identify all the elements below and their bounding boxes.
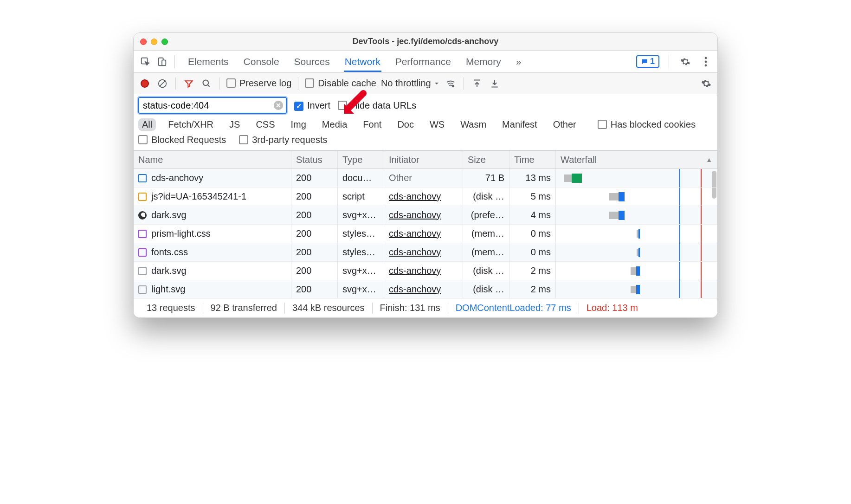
cell-time: 13 ms xyxy=(509,169,556,187)
type-img[interactable]: Img xyxy=(287,118,310,131)
tab-performance[interactable]: Performance xyxy=(394,52,452,72)
tab-network[interactable]: Network xyxy=(344,52,381,72)
initiator-link[interactable]: cds-anchovy xyxy=(389,191,441,202)
clear-filter-icon[interactable]: ✕ xyxy=(274,101,283,110)
type-wasm[interactable]: Wasm xyxy=(457,118,490,131)
type-js[interactable]: JS xyxy=(226,118,244,131)
request-name: dark.svg xyxy=(151,210,187,220)
cell-time: 5 ms xyxy=(509,187,556,206)
export-har-icon[interactable] xyxy=(488,77,501,90)
issues-badge[interactable]: 1 xyxy=(636,55,659,68)
window-title: DevTools - jec.fyi/demo/cds-anchovy xyxy=(134,37,717,46)
initiator-link[interactable]: cds-anchovy xyxy=(389,228,441,239)
cell-type: script xyxy=(338,187,384,206)
has-blocked-cookies-checkbox[interactable]: Has blocked cookies xyxy=(598,119,696,130)
preserve-log-checkbox[interactable]: Preserve log xyxy=(226,78,291,89)
initiator-link[interactable]: cds-anchovy xyxy=(389,247,441,258)
col-size[interactable]: Size xyxy=(463,151,509,168)
cell-size: (prefe… xyxy=(463,206,509,225)
tabs-overflow[interactable]: » xyxy=(515,52,522,72)
hide-data-urls-label: Hide data URLs xyxy=(351,100,416,110)
throttling-value: No throttling xyxy=(381,78,431,89)
file-css-icon xyxy=(138,230,147,238)
sort-indicator-icon: ▲ xyxy=(706,156,712,163)
table-row[interactable]: cds-anchovy 200 docu… Other 71 B 13 ms xyxy=(134,169,717,187)
record-button[interactable] xyxy=(138,77,151,90)
svg-point-5 xyxy=(705,64,707,66)
third-party-checkbox[interactable]: 3rd-party requests xyxy=(239,135,327,145)
type-doc[interactable]: Doc xyxy=(393,118,418,131)
svg-point-3 xyxy=(705,57,707,59)
network-conditions-icon[interactable] xyxy=(444,77,457,90)
type-media[interactable]: Media xyxy=(318,118,351,131)
cell-size: (mem… xyxy=(463,225,509,243)
disable-cache-checkbox[interactable]: Disable cache xyxy=(305,78,376,89)
svg-line-9 xyxy=(208,84,210,86)
tab-memory[interactable]: Memory xyxy=(465,52,502,72)
cell-initiator: cds-anchovy xyxy=(384,243,463,262)
type-fetch-xhr[interactable]: Fetch/XHR xyxy=(164,118,217,131)
request-name: cds-anchovy xyxy=(151,173,203,183)
table-row[interactable]: light.svg 200 svg+x… cds-anchovy (disk …… xyxy=(134,280,717,298)
tab-sources[interactable]: Sources xyxy=(293,52,331,72)
col-waterfall[interactable]: Waterfall▲ xyxy=(556,151,717,168)
table-body[interactable]: cds-anchovy 200 docu… Other 71 B 13 ms j… xyxy=(134,169,717,298)
table-row[interactable]: js?id=UA-165345241-1 200 script cds-anch… xyxy=(134,187,717,206)
type-ws[interactable]: WS xyxy=(426,118,448,131)
device-toolbar-icon[interactable] xyxy=(155,55,169,69)
col-time[interactable]: Time xyxy=(509,151,556,168)
cell-status: 200 xyxy=(291,280,338,298)
table-row[interactable]: dark.svg 200 svg+x… cds-anchovy (disk … … xyxy=(134,262,717,280)
initiator-link[interactable]: cds-anchovy xyxy=(389,284,441,295)
col-type[interactable]: Type xyxy=(338,151,384,168)
panel-settings-icon[interactable] xyxy=(700,77,713,90)
clear-button[interactable] xyxy=(156,77,169,90)
search-icon[interactable] xyxy=(200,77,213,90)
initiator-link[interactable]: cds-anchovy xyxy=(389,265,441,276)
filter-input-wrapper[interactable]: ✕ xyxy=(138,97,287,114)
svg-rect-2 xyxy=(162,60,166,65)
hide-data-urls-checkbox[interactable]: Hide data URLs xyxy=(338,100,416,111)
cell-initiator: cds-anchovy xyxy=(384,280,463,298)
initiator-link[interactable]: cds-anchovy xyxy=(389,210,441,220)
col-status[interactable]: Status xyxy=(291,151,338,168)
blocked-requests-checkbox[interactable]: Blocked Requests xyxy=(138,135,226,145)
cell-initiator: cds-anchovy xyxy=(384,187,463,206)
table-row[interactable]: dark.svg 200 svg+x… cds-anchovy (prefe… … xyxy=(134,206,717,225)
close-icon[interactable] xyxy=(140,39,147,45)
svg-point-10 xyxy=(452,84,455,87)
panel-tabs-row: Elements Console Sources Network Perform… xyxy=(134,51,717,73)
status-transferred: 92 B transferred xyxy=(203,303,284,313)
type-font[interactable]: Font xyxy=(359,118,385,131)
minimize-icon[interactable] xyxy=(151,39,157,45)
kebab-menu-icon[interactable] xyxy=(699,55,713,69)
inspect-element-icon[interactable] xyxy=(138,55,152,69)
blocked-requests-label: Blocked Requests xyxy=(151,135,226,145)
table-row[interactable]: prism-light.css 200 styles… cds-anchovy … xyxy=(134,225,717,243)
settings-icon[interactable] xyxy=(678,55,692,69)
throttling-select[interactable]: No throttling xyxy=(381,78,439,89)
col-name[interactable]: Name xyxy=(134,151,291,168)
col-initiator[interactable]: Initiator xyxy=(384,151,463,168)
cell-status: 200 xyxy=(291,225,338,243)
invert-checkbox[interactable]: ✓Invert xyxy=(294,100,330,111)
tab-elements[interactable]: Elements xyxy=(187,52,230,72)
zoom-icon[interactable] xyxy=(161,39,168,45)
file-doc-icon xyxy=(138,174,147,182)
cell-size: 71 B xyxy=(463,169,509,187)
separator xyxy=(174,55,175,68)
table-row[interactable]: fonts.css 200 styles… cds-anchovy (mem… … xyxy=(134,243,717,262)
type-other[interactable]: Other xyxy=(549,118,580,131)
window-controls[interactable] xyxy=(140,39,168,45)
file-css-icon xyxy=(138,248,147,257)
filter-icon[interactable] xyxy=(182,77,195,90)
type-all[interactable]: All xyxy=(138,118,156,131)
cell-time: 0 ms xyxy=(509,243,556,262)
import-har-icon[interactable] xyxy=(471,77,484,90)
cell-waterfall xyxy=(556,169,717,187)
tab-console[interactable]: Console xyxy=(243,52,280,72)
filter-input[interactable] xyxy=(142,99,274,112)
table-header[interactable]: Name Status Type Initiator Size Time Wat… xyxy=(134,151,717,169)
type-css[interactable]: CSS xyxy=(252,118,278,131)
type-manifest[interactable]: Manifest xyxy=(498,118,541,131)
